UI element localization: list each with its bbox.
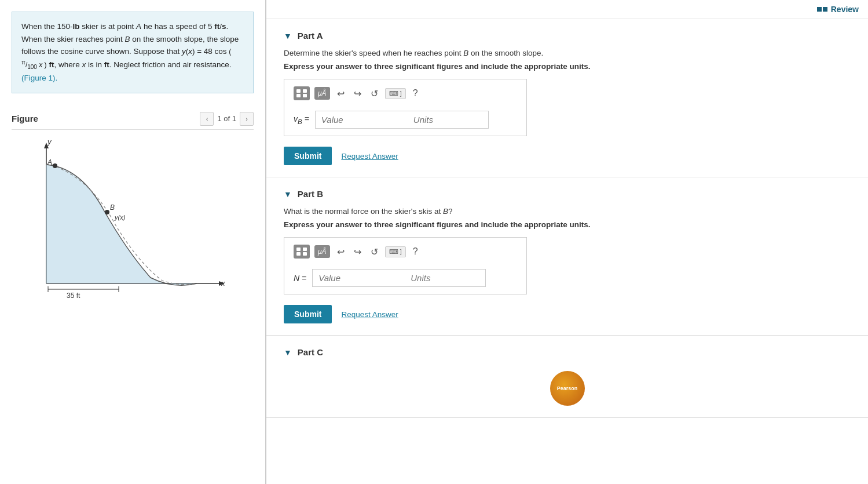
part-a-grid-button[interactable]: [294, 86, 310, 100]
part-a-refresh-button[interactable]: ↺: [368, 87, 380, 100]
part-b-instruction: Express your answer to three significant…: [284, 220, 851, 229]
svg-rect-21: [296, 252, 301, 256]
part-c-collapse-arrow[interactable]: ▼: [284, 348, 292, 357]
part-c-header: ▼ Part C: [284, 347, 851, 357]
part-a-undo-button[interactable]: ↩: [335, 87, 347, 100]
svg-rect-22: [303, 252, 307, 256]
svg-rect-17: [296, 94, 301, 97]
part-a-value-input[interactable]: [315, 111, 408, 129]
figure-link[interactable]: (Figure 1).: [21, 74, 57, 82]
figure-svg: y x A B y(x) 35 ft: [12, 136, 232, 310]
part-a-instruction: Express your answer to three significant…: [284, 62, 851, 71]
part-c-title: Part C: [298, 347, 323, 357]
part-b-collapse-arrow[interactable]: ▼: [284, 190, 292, 199]
part-a-submit-button[interactable]: Submit: [284, 147, 332, 165]
review-icon: [817, 7, 827, 12]
part-b-answer-box: μÅ ↩ ↪ ↺ ⌨ ] ? N =: [284, 237, 527, 294]
svg-rect-15: [296, 89, 301, 93]
part-b-mu-button[interactable]: μÅ: [314, 245, 330, 258]
grid-icon-b: [296, 247, 307, 256]
part-b-help-button[interactable]: ?: [411, 245, 420, 258]
part-b-units-input[interactable]: [405, 269, 486, 287]
left-panel: When the 150-lb skier is at point A he h…: [0, 0, 266, 484]
problem-box: When the 150-lb skier is at point A he h…: [12, 12, 254, 93]
figure-section: Figure ‹ 1 of 1 › y x: [12, 108, 254, 310]
part-b-redo-button[interactable]: ↪: [351, 245, 364, 259]
svg-point-8: [105, 210, 109, 214]
part-b-header: ▼ Part B: [284, 189, 851, 199]
figure-header: Figure ‹ 1 of 1 ›: [12, 108, 254, 130]
svg-rect-19: [296, 248, 301, 251]
right-panel: Review ▼ Part A Determine the skier's sp…: [266, 0, 868, 484]
part-a-redo-button[interactable]: ↪: [351, 87, 364, 100]
part-b-request-answer-button[interactable]: Request Answer: [341, 310, 398, 319]
part-a-request-answer-button[interactable]: Request Answer: [341, 152, 398, 161]
figure-nav: ‹ 1 of 1 ›: [200, 112, 254, 126]
part-b-toolbar: μÅ ↩ ↪ ↺ ⌨ ] ?: [294, 245, 517, 263]
pearson-logo-text: Pearson: [557, 385, 578, 391]
review-button[interactable]: Review: [817, 5, 859, 14]
figure-canvas: y x A B y(x) 35 ft: [12, 136, 254, 310]
review-label: Review: [831, 5, 859, 14]
pearson-logo-area: Pearson: [550, 371, 585, 406]
svg-rect-18: [303, 94, 307, 97]
part-a-answer-box: μÅ ↩ ↪ ↺ ⌨ ] ? vB =: [284, 79, 527, 136]
part-c-section: ▼ Part C Pearson: [266, 336, 868, 418]
part-a-description: Determine the skier's speed when he reac…: [284, 49, 851, 57]
svg-text:35 ft: 35 ft: [67, 292, 80, 300]
figure-title: Figure: [12, 114, 38, 123]
part-b-keyboard-icon: ⌨ ]: [385, 246, 406, 257]
part-b-action-row: Submit Request Answer: [284, 305, 851, 323]
part-a-answer-row: vB =: [294, 111, 517, 129]
part-b-refresh-button[interactable]: ↺: [368, 245, 380, 259]
part-b-title: Part B: [298, 189, 323, 199]
figure-next-button[interactable]: ›: [240, 112, 254, 126]
svg-rect-20: [303, 248, 307, 251]
figure-prev-button[interactable]: ‹: [200, 112, 214, 126]
part-a-keyboard-icon: ⌨ ]: [385, 88, 406, 99]
grid-icon: [296, 89, 307, 98]
part-a-toolbar: μÅ ↩ ↪ ↺ ⌨ ] ?: [294, 86, 517, 105]
part-a-label: vB =: [294, 114, 309, 125]
part-b-section: ▼ Part B What is the normal force on the…: [266, 177, 868, 336]
part-a-section: ▼ Part A Determine the skier's speed whe…: [266, 19, 868, 177]
svg-text:B: B: [110, 203, 115, 212]
part-b-submit-button[interactable]: Submit: [284, 305, 332, 323]
part-b-grid-button[interactable]: [294, 245, 310, 259]
part-b-answer-row: N =: [294, 269, 517, 287]
part-b-description: What is the normal force on the skier's …: [284, 207, 851, 216]
svg-text:y(x): y(x): [114, 214, 126, 221]
top-bar: Review: [266, 0, 868, 19]
part-a-units-input[interactable]: [408, 111, 489, 129]
part-a-title: Part A: [298, 31, 323, 41]
svg-rect-16: [303, 89, 307, 93]
part-a-mu-button[interactable]: μÅ: [314, 87, 330, 100]
svg-point-6: [53, 163, 57, 168]
part-a-collapse-arrow[interactable]: ▼: [284, 31, 292, 41]
part-b-undo-button[interactable]: ↩: [335, 245, 347, 259]
svg-text:x: x: [221, 279, 225, 288]
part-b-value-input[interactable]: [312, 269, 405, 287]
part-a-help-button[interactable]: ?: [411, 87, 420, 100]
part-b-label: N =: [294, 274, 306, 283]
svg-text:y: y: [47, 137, 52, 146]
svg-text:A: A: [47, 158, 52, 166]
figure-page: 1 of 1: [217, 114, 236, 123]
problem-text: When the 150-lb skier is at point A he h…: [21, 22, 239, 82]
part-a-action-row: Submit Request Answer: [284, 147, 851, 165]
part-a-header: ▼ Part A: [284, 31, 851, 41]
